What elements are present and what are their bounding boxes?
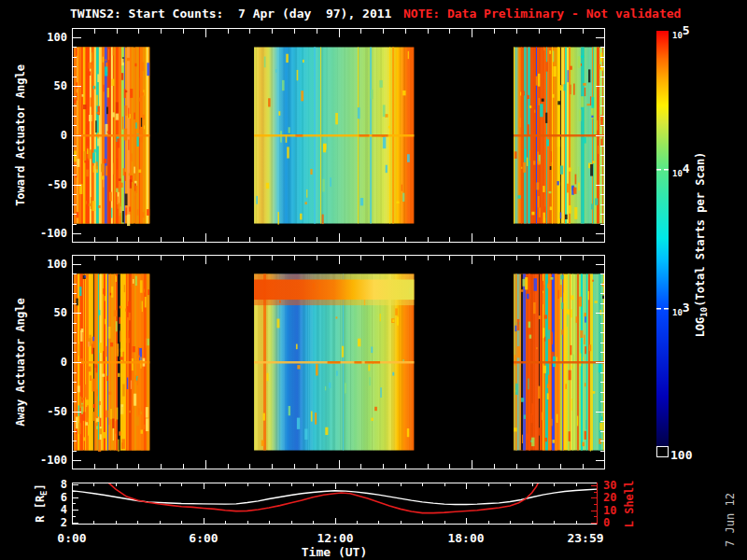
time-tick-label: 12:00 [298,531,373,546]
lshell-tick-label: 0 [603,515,610,530]
time-tick-label: 23:59 [548,531,623,546]
away-spectrogram-canvas [72,255,605,469]
angle-tick-label: 50 [0,78,67,93]
angle-tick-label: 50 [0,305,67,320]
r-tick-label: 2 [0,515,67,530]
colorbar-tick-label: 104 [672,161,690,181]
angle-tick-label: 100 [0,30,67,45]
angle-tick-label: 100 [0,257,67,272]
colorbar-canvas [656,31,669,457]
time-tick-label: 0:00 [35,531,109,546]
angle-tick-label: -100 [0,226,67,241]
page-title: TWINS2: Start Counts: 7 Apr (day 97), 20… [70,7,391,21]
time-tick-label: 6:00 [166,531,241,546]
colorbar-axis-label: LOG10(Total Starts per Scan) [693,152,712,338]
colorbar-tick-label: 103 [672,301,690,320]
preliminary-note: NOTE: Data Preliminary - Not validated [403,7,681,21]
date-stamp: 7 Jun 12 [723,493,738,547]
lshell-axis-label: L Shell [622,481,637,528]
angle-tick-label: -50 [0,177,67,192]
colorbar-tick-label: 105 [672,23,690,43]
time-tick-label: 18:00 [429,531,503,546]
angle-tick-label: -50 [0,404,67,419]
time-axis-label: Time (UT) [278,545,390,560]
colorbar-bottom-label: 100 [670,448,692,463]
angle-tick-label: 0 [0,128,67,143]
toward-spectrogram-canvas [72,28,605,243]
angle-tick-label: 0 [0,355,67,370]
angle-tick-label: -100 [0,453,67,468]
r-lshell-line-canvas [72,483,598,525]
plot-stage: TWINS2: Start Counts: 7 Apr (day 97), 20… [0,0,747,560]
